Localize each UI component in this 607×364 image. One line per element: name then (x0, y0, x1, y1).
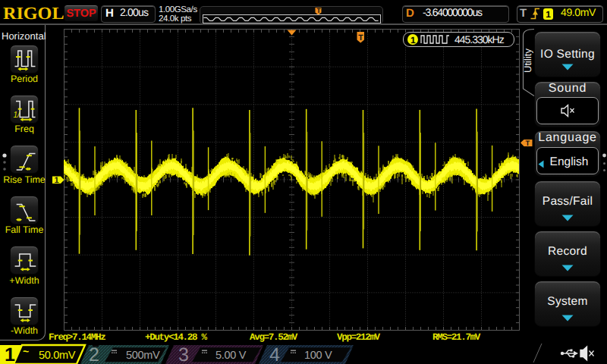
svg-text:3: 3 (178, 344, 189, 364)
svg-text:Avg=7.52mV: Avg=7.52mV (250, 332, 298, 343)
svg-text:50.0mV: 50.0mV (39, 350, 76, 362)
svg-text:System: System (547, 295, 587, 308)
svg-text:445.330kHz: 445.330kHz (454, 33, 505, 46)
svg-text:-3.64000000us: -3.64000000us (423, 6, 483, 18)
svg-text:5.00 V: 5.00 V (215, 350, 247, 362)
svg-text:STOP: STOP (66, 8, 96, 20)
svg-text:24.0k pts: 24.0k pts (159, 14, 192, 24)
svg-text:Horizontal: Horizontal (2, 30, 46, 42)
svg-text:1: 1 (410, 35, 416, 46)
svg-text:+Duty<14.28 %: +Duty<14.28 % (145, 332, 207, 343)
svg-text:Period: Period (11, 74, 38, 84)
svg-text:H: H (105, 7, 114, 20)
svg-text:IO Setting: IO Setting (540, 48, 595, 61)
svg-text:Vpp=212mV: Vpp=212mV (337, 332, 381, 343)
svg-text:Rise Time: Rise Time (3, 174, 46, 185)
svg-text:English: English (550, 155, 589, 168)
svg-text:1.00GSa/s: 1.00GSa/s (159, 5, 197, 14)
svg-text:D: D (406, 7, 414, 20)
svg-text:-Width: -Width (11, 325, 38, 336)
svg-text:T: T (316, 7, 321, 14)
svg-text:1: 1 (5, 344, 15, 364)
svg-text:Freq: Freq (14, 124, 34, 134)
svg-text:RIGOL: RIGOL (3, 4, 64, 23)
svg-text:Pass/Fail: Pass/Fail (543, 195, 593, 208)
svg-text:100 V: 100 V (304, 350, 332, 362)
svg-text:T: T (358, 33, 363, 42)
svg-text:T: T (526, 140, 530, 148)
svg-text:T: T (520, 7, 527, 20)
svg-text:+Width: +Width (9, 275, 39, 286)
svg-text:Language: Language (538, 131, 597, 144)
svg-text:2: 2 (89, 344, 99, 364)
svg-text:1: 1 (55, 176, 59, 185)
svg-text:Utility: Utility (522, 49, 533, 73)
svg-text:RMS=21.7mV: RMS=21.7mV (432, 332, 481, 343)
svg-text:2.00us: 2.00us (120, 6, 149, 18)
svg-text:Record: Record (548, 245, 587, 258)
svg-text:~: ~ (23, 345, 29, 357)
svg-text:Sound: Sound (549, 82, 587, 95)
svg-text:4: 4 (269, 344, 280, 364)
svg-text:Fall Time: Fall Time (5, 224, 44, 235)
svg-text:500mV: 500mV (126, 350, 160, 362)
svg-text:1: 1 (546, 9, 551, 20)
svg-text:Freq>7.14MHz: Freq>7.14MHz (49, 332, 105, 343)
svg-text:49.0mV: 49.0mV (561, 6, 596, 18)
